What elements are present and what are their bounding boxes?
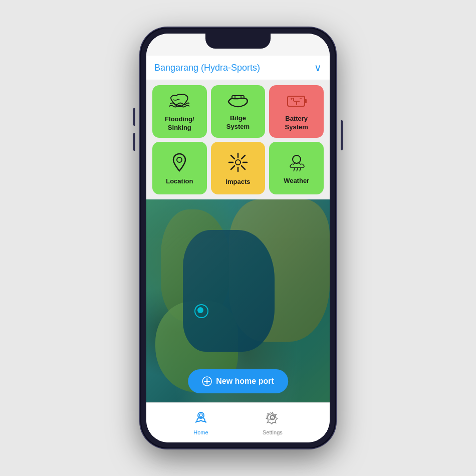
- impacts-label: Impacts: [225, 178, 250, 186]
- phone-frame: Bangarang (Hydra-Sports) ∨: [140, 28, 336, 448]
- boat-name: Bangarang (Hydra-Sports): [154, 63, 260, 73]
- flooding-label: Flooding/Sinking: [165, 115, 194, 132]
- svg-line-20: [294, 168, 295, 171]
- bilge-icon: [227, 94, 249, 111]
- home-nav-label: Home: [193, 429, 208, 435]
- location-icon: [171, 153, 187, 174]
- map-background: New home port: [146, 199, 330, 402]
- tile-battery[interactable]: BatterySystem: [269, 85, 324, 138]
- svg-line-18: [231, 166, 234, 169]
- tile-bilge[interactable]: BilgeSystem: [211, 85, 266, 138]
- tile-impacts[interactable]: Impacts: [211, 142, 266, 194]
- current-location-marker: [194, 304, 208, 318]
- flooding-icon: [169, 93, 189, 112]
- svg-line-21: [297, 168, 298, 171]
- svg-point-19: [293, 155, 301, 163]
- weather-icon: [287, 153, 307, 174]
- settings-nav-icon: [266, 410, 280, 427]
- tile-flooding[interactable]: Flooding/Sinking: [152, 85, 207, 138]
- battery-label: BatterySystem: [285, 115, 308, 132]
- nav-settings[interactable]: Settings: [263, 410, 283, 435]
- svg-line-16: [242, 166, 245, 169]
- bilge-label: BilgeSystem: [226, 114, 250, 131]
- tile-location[interactable]: Location: [152, 142, 207, 194]
- svg-point-9: [177, 157, 182, 162]
- notch: [205, 34, 271, 49]
- home-nav-icon: [194, 410, 208, 427]
- boat-selector[interactable]: Bangarang (Hydra-Sports) ∨: [146, 56, 330, 80]
- map-area[interactable]: New home port: [146, 199, 330, 402]
- chevron-down-icon: ∨: [314, 62, 322, 74]
- volume-down-button[interactable]: [133, 133, 135, 151]
- water-body: [183, 230, 275, 352]
- app-screen: Bangarang (Hydra-Sports) ∨: [146, 34, 330, 442]
- settings-nav-label: Settings: [263, 429, 283, 435]
- new-home-port-button[interactable]: New home port: [188, 369, 288, 393]
- home-port-label: New home port: [216, 377, 274, 386]
- volume-up-button[interactable]: [133, 108, 135, 126]
- bottom-navigation: Home Settings: [146, 402, 330, 442]
- nav-home[interactable]: Home: [193, 410, 208, 435]
- svg-line-15: [231, 155, 234, 159]
- tile-grid: Flooding/Sinking BilgeSystem: [152, 85, 324, 194]
- svg-line-17: [242, 155, 245, 159]
- weather-label: Weather: [284, 177, 309, 185]
- location-label: Location: [166, 177, 193, 186]
- dashboard: Flooding/Sinking BilgeSystem: [146, 80, 330, 199]
- phone-screen: Bangarang (Hydra-Sports) ∨: [146, 34, 330, 442]
- impacts-icon: [228, 152, 248, 175]
- power-button[interactable]: [341, 120, 343, 150]
- svg-point-10: [235, 160, 241, 165]
- battery-icon: [287, 93, 307, 112]
- tile-weather[interactable]: Weather: [269, 142, 324, 194]
- svg-line-22: [300, 168, 301, 171]
- svg-point-27: [199, 414, 202, 417]
- svg-rect-1: [305, 99, 307, 103]
